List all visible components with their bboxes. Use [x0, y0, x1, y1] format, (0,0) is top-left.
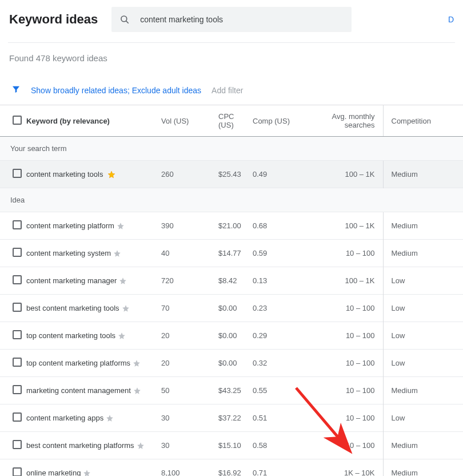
- vol-cell: 30: [161, 432, 218, 459]
- col-cpc[interactable]: CPC (US): [218, 105, 253, 137]
- results-count: Found 478 keyword ideas: [0, 43, 463, 79]
- col-searches[interactable]: Avg. monthly searches: [309, 105, 383, 137]
- row-checkbox[interactable]: [13, 358, 22, 367]
- cpc-cell: $16.92: [218, 459, 253, 477]
- star-icon[interactable]: [83, 469, 91, 476]
- comp-cell: 0.71: [253, 459, 309, 477]
- cpc-cell: $37.22: [218, 404, 253, 432]
- comp-cell: 0.32: [253, 350, 309, 377]
- filter-icon[interactable]: [11, 85, 21, 96]
- vol-cell: 20: [161, 350, 218, 377]
- comp-cell: 0.29: [253, 322, 309, 350]
- row-checkbox[interactable]: [13, 169, 22, 178]
- vol-cell: 720: [161, 267, 218, 295]
- row-checkbox[interactable]: [13, 303, 22, 312]
- searches-cell: 10 – 100: [309, 377, 383, 404]
- table-row[interactable]: content marketing manager720$8.420.13100…: [0, 267, 463, 295]
- competition-cell: Low: [383, 404, 463, 432]
- cpc-cell: $25.43: [218, 161, 253, 188]
- keyword-cell: content marketing manager: [26, 267, 161, 295]
- row-checkbox[interactable]: [13, 440, 22, 449]
- row-checkbox[interactable]: [13, 330, 22, 339]
- searches-cell: 100 – 1K: [309, 161, 383, 188]
- search-term-row[interactable]: content marketing tools 260 $25.43 0.49 …: [0, 161, 463, 188]
- cpc-cell: $0.00: [218, 322, 253, 350]
- cpc-cell: $0.00: [218, 350, 253, 377]
- col-competition[interactable]: Competition: [383, 105, 463, 137]
- search-icon: [119, 14, 130, 25]
- select-all-header[interactable]: [0, 105, 26, 137]
- table-row[interactable]: content marketing apps30$37.220.5110 – 1…: [0, 404, 463, 432]
- table-row[interactable]: top content marketing tools20$0.000.2910…: [0, 322, 463, 350]
- row-checkbox[interactable]: [13, 385, 22, 394]
- competition-cell: Medium: [383, 377, 463, 404]
- star-icon[interactable]: [118, 332, 126, 340]
- star-icon[interactable]: [107, 170, 115, 178]
- download-link[interactable]: D: [448, 15, 454, 24]
- row-checkbox[interactable]: [13, 467, 22, 476]
- comp-cell: 0.13: [253, 267, 309, 295]
- competition-cell: Medium: [383, 459, 463, 477]
- star-icon[interactable]: [119, 277, 127, 285]
- search-box[interactable]: [111, 7, 352, 32]
- comp-cell: 0.55: [253, 377, 309, 404]
- section-idea: Idea: [0, 188, 463, 212]
- keyword-cell: top content marketing platforms: [26, 350, 161, 377]
- table-header-row: Keyword (by relevance) Vol (US) CPC (US)…: [0, 105, 463, 137]
- col-keyword[interactable]: Keyword (by relevance): [26, 105, 161, 137]
- cpc-cell: $43.25: [218, 377, 253, 404]
- row-checkbox[interactable]: [13, 220, 22, 229]
- vol-cell: 20: [161, 322, 218, 350]
- col-comp[interactable]: Comp (US): [253, 105, 309, 137]
- comp-cell: 0.51: [253, 404, 309, 432]
- table-row[interactable]: content marketing platform390$21.000.681…: [0, 212, 463, 240]
- star-icon[interactable]: [106, 414, 114, 422]
- table-row[interactable]: content marketing system40$14.770.5910 –…: [0, 240, 463, 267]
- star-icon[interactable]: [117, 222, 125, 230]
- table-row[interactable]: top content marketing platforms20$0.000.…: [0, 350, 463, 377]
- active-filters[interactable]: Show broadly related ideas; Exclude adul…: [31, 86, 201, 95]
- competition-cell: Low: [383, 267, 463, 295]
- keyword-cell: content marketing tools: [26, 161, 161, 188]
- competition-cell: Low: [383, 350, 463, 377]
- add-filter-button[interactable]: Add filter: [211, 86, 243, 95]
- cpc-cell: $8.42: [218, 267, 253, 295]
- searches-cell: 10 – 100: [309, 322, 383, 350]
- keyword-cell: content marketing platform: [26, 212, 161, 240]
- vol-cell: 40: [161, 240, 218, 267]
- section-your-search-term: Your search term: [0, 137, 463, 161]
- searches-cell: 1K – 10K: [309, 459, 383, 477]
- row-checkbox[interactable]: [13, 248, 22, 257]
- star-icon[interactable]: [122, 304, 130, 312]
- competition-cell: Low: [383, 295, 463, 322]
- competition-cell: Medium: [383, 432, 463, 459]
- col-vol[interactable]: Vol (US): [161, 105, 218, 137]
- vol-cell: 390: [161, 212, 218, 240]
- searches-cell: 10 – 100: [309, 350, 383, 377]
- table-row[interactable]: best content marketing tools70$0.000.231…: [0, 295, 463, 322]
- row-checkbox[interactable]: [13, 275, 22, 284]
- keyword-cell: marketing content management: [26, 377, 161, 404]
- svg-point-0: [121, 16, 127, 22]
- keyword-cell: content marketing apps: [26, 404, 161, 432]
- cpc-cell: $14.77: [218, 240, 253, 267]
- keyword-cell: online marketing: [26, 459, 161, 477]
- star-icon[interactable]: [137, 442, 145, 450]
- comp-cell: 0.23: [253, 295, 309, 322]
- star-icon[interactable]: [113, 249, 121, 257]
- searches-cell: 100 – 1K: [309, 267, 383, 295]
- star-icon[interactable]: [133, 359, 141, 367]
- comp-cell: 0.58: [253, 432, 309, 459]
- searches-cell: 10 – 100: [309, 295, 383, 322]
- table-row[interactable]: marketing content management50$43.250.55…: [0, 377, 463, 404]
- row-checkbox[interactable]: [13, 412, 22, 422]
- table-row[interactable]: online marketing8,100$16.920.711K – 10KM…: [0, 459, 463, 477]
- comp-cell: 0.49: [253, 161, 309, 188]
- cpc-cell: $21.00: [218, 212, 253, 240]
- search-input[interactable]: [139, 14, 344, 25]
- table-row[interactable]: best content marketing platforms30$15.10…: [0, 432, 463, 459]
- header-bar: Keyword ideas D: [0, 0, 463, 42]
- select-all-checkbox[interactable]: [13, 116, 22, 125]
- star-icon[interactable]: [133, 387, 141, 395]
- competition-cell: Low: [383, 322, 463, 350]
